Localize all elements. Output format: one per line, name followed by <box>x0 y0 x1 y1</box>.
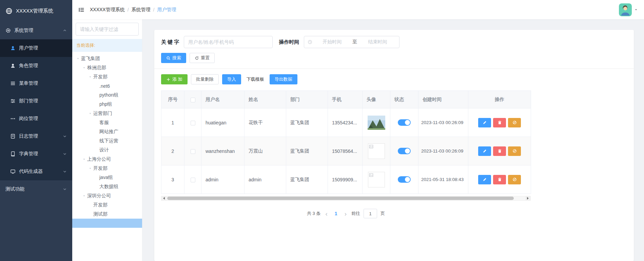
tree-node[interactable]: 开发部 <box>72 164 142 173</box>
slash-circle-icon <box>512 149 517 153</box>
refresh-icon <box>195 56 199 60</box>
tree-node[interactable]: 客服 <box>72 118 142 127</box>
select-all-checkbox[interactable] <box>191 98 195 102</box>
edit-button[interactable] <box>478 118 491 127</box>
tree-expand-icon[interactable] <box>75 57 81 60</box>
sidebar-subitem[interactable]: 用户管理 <box>0 39 72 57</box>
breadcrumb-item[interactable]: XXXXX管理系统 <box>90 7 125 13</box>
user-row: 2wanzhenshan万震山蓝飞集团15078564...2023-11-03… <box>161 137 531 165</box>
tree-node[interactable]: 网站推广 <box>72 127 142 136</box>
edit-button[interactable] <box>478 175 491 184</box>
column-header: 部门 <box>286 91 328 108</box>
tree-node[interactable]: 大数据组 <box>72 182 142 191</box>
row-checkbox[interactable] <box>191 121 195 125</box>
clock-icon <box>308 40 312 44</box>
sidebar-subitem[interactable]: 代码生成器 <box>0 163 72 180</box>
sidebar-item[interactable]: 测试功能 <box>0 180 72 198</box>
row-checkbox[interactable] <box>191 178 195 182</box>
batch-delete-button[interactable]: 批量删除 <box>191 74 219 84</box>
tree-node[interactable]: 深圳分公司 <box>72 191 142 200</box>
prev-page-button[interactable]: ‹ <box>324 210 329 217</box>
delete-button[interactable] <box>493 118 506 127</box>
tree-node[interactable]: 上海分公司 <box>72 155 142 164</box>
breadcrumb-item[interactable]: 系统管理 <box>132 7 151 13</box>
download-template-button[interactable]: 下载模板 <box>245 74 266 84</box>
sidebar-subitem[interactable]: 日志管理 <box>0 127 72 145</box>
delete-button[interactable] <box>493 175 506 184</box>
avatar-cell <box>363 137 390 165</box>
tree-node[interactable]: 开发部 <box>72 200 142 209</box>
next-page-button[interactable]: › <box>343 210 348 217</box>
reset-button[interactable]: 重置 <box>190 53 215 63</box>
tree-node[interactable]: java组 <box>72 173 142 182</box>
tree-node[interactable]: 测试部 <box>72 209 142 219</box>
sidebar-subitem[interactable]: 字典管理 <box>0 145 72 163</box>
keyword-input[interactable] <box>184 36 273 48</box>
status-toggle[interactable] <box>398 119 411 126</box>
sidebar-subitem-label: 代码生成器 <box>19 168 43 175</box>
import-button[interactable]: 导入 <box>222 74 241 84</box>
tree-node[interactable]: 株洲总部 <box>72 63 142 72</box>
tree-expand-icon[interactable] <box>81 158 87 161</box>
tree-expand-icon[interactable] <box>81 66 87 69</box>
scrollbar-track[interactable] <box>167 196 525 200</box>
page-number[interactable]: 1 <box>332 211 340 216</box>
delete-button[interactable] <box>493 146 506 156</box>
scrollbar-thumb[interactable] <box>167 197 514 200</box>
disable-button[interactable] <box>508 118 521 127</box>
actions-cell <box>468 108 531 137</box>
user-avatar[interactable] <box>619 3 632 16</box>
tree-node[interactable]: 运营部门 <box>72 109 142 118</box>
tree-node[interactable]: php组 <box>72 100 142 109</box>
search-button[interactable]: 搜索 <box>161 53 186 63</box>
tree-node-label: 开发部 <box>93 165 108 172</box>
edit-icon <box>483 177 487 182</box>
tree-expand-icon[interactable] <box>87 167 93 170</box>
sidebar-item-label: 系统管理 <box>14 27 33 34</box>
sidebar-subitem[interactable]: 菜单管理 <box>0 75 72 92</box>
export-button[interactable]: 导出数据 <box>270 74 297 84</box>
tree-filter-input[interactable] <box>76 23 139 36</box>
sidebar-subitem-label: 字典管理 <box>19 151 38 157</box>
disable-button[interactable] <box>508 146 521 156</box>
status-cell <box>390 108 418 137</box>
sidebar-subitem-label: 部门管理 <box>19 98 38 104</box>
tree-node[interactable]: 开发部 <box>72 72 142 81</box>
tree-node[interactable]: 设计 <box>72 145 142 155</box>
tree-node[interactable]: .net6 <box>72 81 142 91</box>
add-button[interactable]: 添 加 <box>161 74 188 84</box>
date-range-input[interactable]: 开始时间 至 结束时间 <box>304 36 399 48</box>
menu-fold-icon[interactable] <box>78 7 84 13</box>
checkbox-cell <box>184 137 201 165</box>
tree-node[interactable]: python组 <box>72 91 142 100</box>
tree-expand-icon[interactable] <box>87 75 93 79</box>
tree-node[interactable]: 蓝飞集团 <box>72 54 142 63</box>
username-cell: admin <box>201 165 245 194</box>
tree-selected-node-partial[interactable] <box>72 219 142 228</box>
sidebar-item[interactable]: 系统管理 <box>0 22 72 39</box>
chevron-up-icon <box>63 28 67 33</box>
goto-page-input[interactable] <box>364 209 377 218</box>
created-cell: 2021-05-31 18:08:43 <box>418 165 468 194</box>
app-logo-icon <box>5 7 13 15</box>
scroll-left-button[interactable] <box>161 196 167 200</box>
edit-button[interactable] <box>478 146 491 156</box>
sidebar-subitem[interactable]: 角色管理 <box>0 57 72 75</box>
tree-expand-icon[interactable] <box>87 112 93 115</box>
slash-circle-icon <box>512 177 517 182</box>
sidebar-subitem[interactable]: 岗位管理 <box>0 110 72 127</box>
sidebar-subitem[interactable]: 部门管理 <box>0 92 72 110</box>
breadcrumb-item[interactable]: 用户管理 <box>157 7 176 13</box>
status-toggle[interactable] <box>398 176 411 183</box>
status-toggle[interactable] <box>398 148 411 154</box>
user-menu-caret-icon[interactable] <box>634 8 638 12</box>
disable-button[interactable] <box>508 175 521 184</box>
trash-icon <box>497 149 502 153</box>
column-header: 姓名 <box>245 91 286 108</box>
sidebar: XXXXX管理系统 系统管理用户管理角色管理菜单管理部门管理岗位管理日志管理字典… <box>0 0 72 261</box>
tree-expand-icon[interactable] <box>81 194 87 198</box>
row-checkbox[interactable] <box>191 149 195 154</box>
horizontal-scrollbar[interactable] <box>161 196 531 201</box>
tree-node[interactable]: 线下运营 <box>72 136 142 145</box>
scroll-right-button[interactable] <box>525 196 530 200</box>
